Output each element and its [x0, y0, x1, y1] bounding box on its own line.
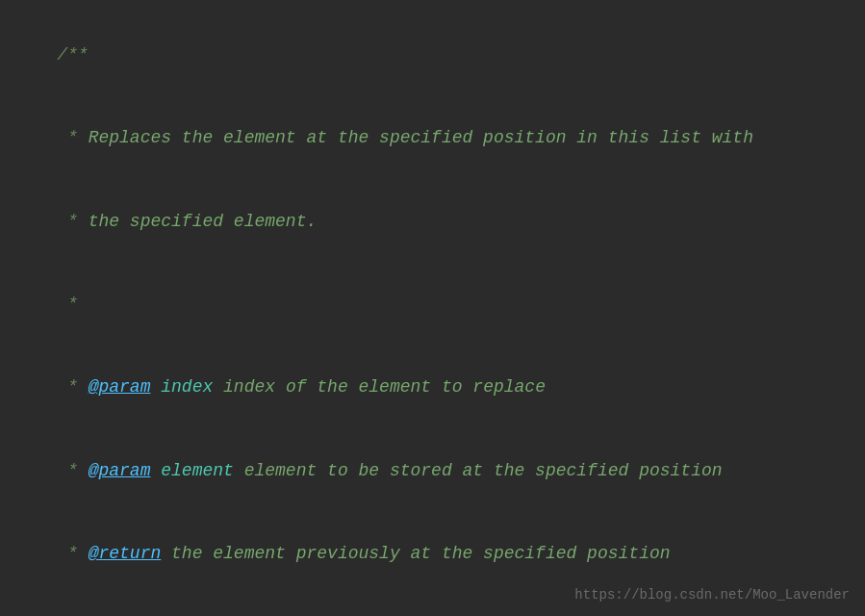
- comment-param1-name: index: [150, 377, 213, 397]
- comment-return: @return: [89, 544, 162, 563]
- watermark: https://blog.csdn.net/Moo_Lavender: [574, 587, 850, 603]
- comment-asterisk-7: *: [57, 544, 88, 563]
- comment-param2: @param: [89, 461, 151, 480]
- comment-return-text: the element previously at the specified …: [161, 544, 670, 563]
- comment-the-5: the: [317, 377, 358, 397]
- comment-asterisk-6: *: [57, 461, 88, 480]
- code-container: /** * Replaces the element at the specif…: [0, 0, 865, 616]
- code-line-5: * @param index index of the element to r…: [15, 346, 850, 429]
- comment-replace: replace: [472, 377, 546, 397]
- code-line-4: *: [15, 263, 850, 346]
- comment-asterisk-4: *: [57, 295, 78, 314]
- comment-param1: @param: [89, 377, 151, 397]
- code-line-7: * @return the element previously at the …: [15, 512, 850, 595]
- comment-text-3: specified element.: [130, 212, 317, 231]
- comment-text-2: Replaces: [89, 128, 182, 147]
- comment-asterisk-3: *: [57, 212, 88, 231]
- comment-to: to: [442, 377, 472, 397]
- comment-with: with: [712, 128, 753, 147]
- code-line-6: * @param element element to be stored at…: [15, 429, 850, 512]
- comment-open: /**: [57, 45, 88, 64]
- code-line-3: * the specified element.: [15, 180, 850, 263]
- comment-the: the: [182, 128, 223, 147]
- comment-param1-rest: element: [359, 377, 442, 397]
- code-line-2: * Replaces the element at the specified …: [15, 96, 850, 179]
- comment-param1-text: index: [213, 377, 286, 397]
- comment-text-2c: list: [660, 128, 712, 147]
- comment-this: this: [608, 128, 660, 147]
- comment-the-3: the: [89, 212, 130, 231]
- comment-text-2b: element at the specified position in: [223, 128, 608, 147]
- comment-param2-text: element to be stored at the specified po…: [234, 461, 723, 480]
- comment-asterisk-5: *: [57, 377, 88, 397]
- comment-of: of: [286, 377, 317, 397]
- comment-param2-name: element: [150, 461, 233, 480]
- comment-asterisk: *: [57, 128, 88, 147]
- code-line-1: /**: [15, 13, 850, 96]
